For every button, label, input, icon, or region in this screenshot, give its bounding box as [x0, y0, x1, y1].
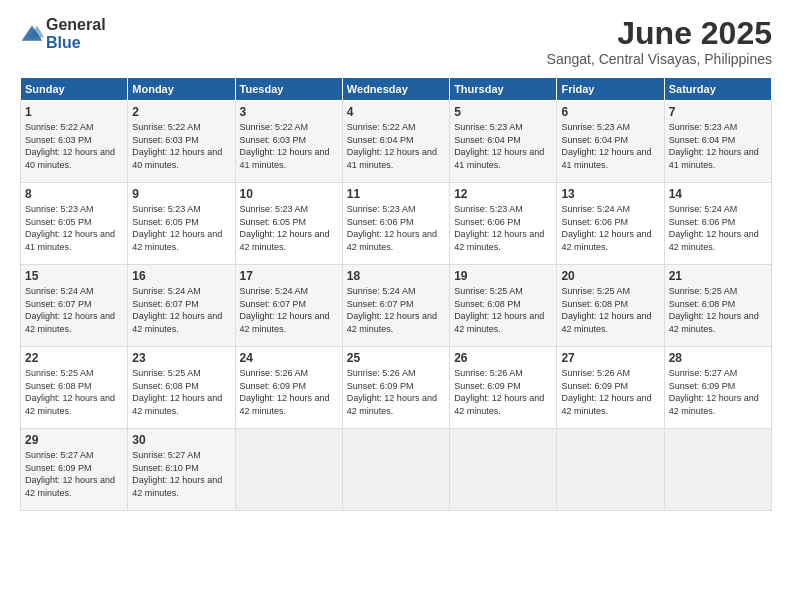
logo-icon: [20, 22, 44, 46]
table-row: 1Sunrise: 5:22 AMSunset: 6:03 PMDaylight…: [21, 101, 128, 183]
day-info: Sunrise: 5:24 AMSunset: 6:07 PMDaylight:…: [240, 285, 338, 335]
day-number: 10: [240, 187, 338, 201]
table-row: 4Sunrise: 5:22 AMSunset: 6:04 PMDaylight…: [342, 101, 449, 183]
header: General Blue June 2025 Sangat, Central V…: [20, 16, 772, 67]
table-row: 18Sunrise: 5:24 AMSunset: 6:07 PMDayligh…: [342, 265, 449, 347]
table-row: 2Sunrise: 5:22 AMSunset: 6:03 PMDaylight…: [128, 101, 235, 183]
day-info: Sunrise: 5:27 AMSunset: 6:09 PMDaylight:…: [669, 367, 767, 417]
logo-general: General: [46, 16, 106, 34]
day-number: 22: [25, 351, 123, 365]
logo-blue: Blue: [46, 34, 106, 52]
table-row: 12Sunrise: 5:23 AMSunset: 6:06 PMDayligh…: [450, 183, 557, 265]
day-info: Sunrise: 5:26 AMSunset: 6:09 PMDaylight:…: [240, 367, 338, 417]
location-title: Sangat, Central Visayas, Philippines: [547, 51, 772, 67]
table-row: 14Sunrise: 5:24 AMSunset: 6:06 PMDayligh…: [664, 183, 771, 265]
day-number: 16: [132, 269, 230, 283]
day-number: 11: [347, 187, 445, 201]
calendar-table: Sunday Monday Tuesday Wednesday Thursday…: [20, 77, 772, 511]
table-row: 29Sunrise: 5:27 AMSunset: 6:09 PMDayligh…: [21, 429, 128, 511]
table-row: 5Sunrise: 5:23 AMSunset: 6:04 PMDaylight…: [450, 101, 557, 183]
day-info: Sunrise: 5:26 AMSunset: 6:09 PMDaylight:…: [454, 367, 552, 417]
day-info: Sunrise: 5:22 AMSunset: 6:03 PMDaylight:…: [132, 121, 230, 171]
day-number: 12: [454, 187, 552, 201]
day-number: 28: [669, 351, 767, 365]
day-info: Sunrise: 5:27 AMSunset: 6:10 PMDaylight:…: [132, 449, 230, 499]
col-sunday: Sunday: [21, 78, 128, 101]
day-info: Sunrise: 5:25 AMSunset: 6:08 PMDaylight:…: [669, 285, 767, 335]
col-saturday: Saturday: [664, 78, 771, 101]
day-info: Sunrise: 5:23 AMSunset: 6:06 PMDaylight:…: [347, 203, 445, 253]
day-number: 21: [669, 269, 767, 283]
table-row: 26Sunrise: 5:26 AMSunset: 6:09 PMDayligh…: [450, 347, 557, 429]
day-number: 15: [25, 269, 123, 283]
day-info: Sunrise: 5:23 AMSunset: 6:04 PMDaylight:…: [561, 121, 659, 171]
table-row: [557, 429, 664, 511]
day-number: 9: [132, 187, 230, 201]
table-row: 28Sunrise: 5:27 AMSunset: 6:09 PMDayligh…: [664, 347, 771, 429]
calendar-row: 15Sunrise: 5:24 AMSunset: 6:07 PMDayligh…: [21, 265, 772, 347]
calendar-row: 22Sunrise: 5:25 AMSunset: 6:08 PMDayligh…: [21, 347, 772, 429]
table-row: [664, 429, 771, 511]
table-row: 30Sunrise: 5:27 AMSunset: 6:10 PMDayligh…: [128, 429, 235, 511]
table-row: 8Sunrise: 5:23 AMSunset: 6:05 PMDaylight…: [21, 183, 128, 265]
col-wednesday: Wednesday: [342, 78, 449, 101]
day-info: Sunrise: 5:23 AMSunset: 6:04 PMDaylight:…: [669, 121, 767, 171]
table-row: 13Sunrise: 5:24 AMSunset: 6:06 PMDayligh…: [557, 183, 664, 265]
table-row: 22Sunrise: 5:25 AMSunset: 6:08 PMDayligh…: [21, 347, 128, 429]
table-row: [342, 429, 449, 511]
day-number: 7: [669, 105, 767, 119]
day-info: Sunrise: 5:22 AMSunset: 6:03 PMDaylight:…: [25, 121, 123, 171]
day-number: 20: [561, 269, 659, 283]
table-row: 23Sunrise: 5:25 AMSunset: 6:08 PMDayligh…: [128, 347, 235, 429]
table-row: 16Sunrise: 5:24 AMSunset: 6:07 PMDayligh…: [128, 265, 235, 347]
day-number: 1: [25, 105, 123, 119]
logo: General Blue: [20, 16, 106, 51]
day-info: Sunrise: 5:27 AMSunset: 6:09 PMDaylight:…: [25, 449, 123, 499]
col-friday: Friday: [557, 78, 664, 101]
day-info: Sunrise: 5:23 AMSunset: 6:05 PMDaylight:…: [25, 203, 123, 253]
day-number: 29: [25, 433, 123, 447]
day-info: Sunrise: 5:25 AMSunset: 6:08 PMDaylight:…: [454, 285, 552, 335]
day-number: 19: [454, 269, 552, 283]
calendar-row: 1Sunrise: 5:22 AMSunset: 6:03 PMDaylight…: [21, 101, 772, 183]
col-tuesday: Tuesday: [235, 78, 342, 101]
day-info: Sunrise: 5:24 AMSunset: 6:07 PMDaylight:…: [132, 285, 230, 335]
table-row: 24Sunrise: 5:26 AMSunset: 6:09 PMDayligh…: [235, 347, 342, 429]
day-number: 23: [132, 351, 230, 365]
day-info: Sunrise: 5:24 AMSunset: 6:06 PMDaylight:…: [669, 203, 767, 253]
day-info: Sunrise: 5:22 AMSunset: 6:03 PMDaylight:…: [240, 121, 338, 171]
day-info: Sunrise: 5:26 AMSunset: 6:09 PMDaylight:…: [347, 367, 445, 417]
day-number: 2: [132, 105, 230, 119]
day-number: 5: [454, 105, 552, 119]
day-number: 17: [240, 269, 338, 283]
day-number: 24: [240, 351, 338, 365]
day-number: 18: [347, 269, 445, 283]
table-row: 19Sunrise: 5:25 AMSunset: 6:08 PMDayligh…: [450, 265, 557, 347]
col-monday: Monday: [128, 78, 235, 101]
day-info: Sunrise: 5:23 AMSunset: 6:06 PMDaylight:…: [454, 203, 552, 253]
calendar-row: 29Sunrise: 5:27 AMSunset: 6:09 PMDayligh…: [21, 429, 772, 511]
table-row: 15Sunrise: 5:24 AMSunset: 6:07 PMDayligh…: [21, 265, 128, 347]
day-number: 8: [25, 187, 123, 201]
day-info: Sunrise: 5:25 AMSunset: 6:08 PMDaylight:…: [561, 285, 659, 335]
day-number: 13: [561, 187, 659, 201]
table-row: [450, 429, 557, 511]
table-row: 20Sunrise: 5:25 AMSunset: 6:08 PMDayligh…: [557, 265, 664, 347]
table-row: 10Sunrise: 5:23 AMSunset: 6:05 PMDayligh…: [235, 183, 342, 265]
table-row: [235, 429, 342, 511]
day-number: 6: [561, 105, 659, 119]
day-info: Sunrise: 5:26 AMSunset: 6:09 PMDaylight:…: [561, 367, 659, 417]
day-number: 4: [347, 105, 445, 119]
day-number: 27: [561, 351, 659, 365]
day-number: 14: [669, 187, 767, 201]
header-row: Sunday Monday Tuesday Wednesday Thursday…: [21, 78, 772, 101]
table-row: 3Sunrise: 5:22 AMSunset: 6:03 PMDaylight…: [235, 101, 342, 183]
day-info: Sunrise: 5:24 AMSunset: 6:06 PMDaylight:…: [561, 203, 659, 253]
day-info: Sunrise: 5:23 AMSunset: 6:05 PMDaylight:…: [240, 203, 338, 253]
table-row: 25Sunrise: 5:26 AMSunset: 6:09 PMDayligh…: [342, 347, 449, 429]
table-row: 9Sunrise: 5:23 AMSunset: 6:05 PMDaylight…: [128, 183, 235, 265]
day-info: Sunrise: 5:24 AMSunset: 6:07 PMDaylight:…: [25, 285, 123, 335]
table-row: 11Sunrise: 5:23 AMSunset: 6:06 PMDayligh…: [342, 183, 449, 265]
calendar-row: 8Sunrise: 5:23 AMSunset: 6:05 PMDaylight…: [21, 183, 772, 265]
title-area: June 2025 Sangat, Central Visayas, Phili…: [547, 16, 772, 67]
